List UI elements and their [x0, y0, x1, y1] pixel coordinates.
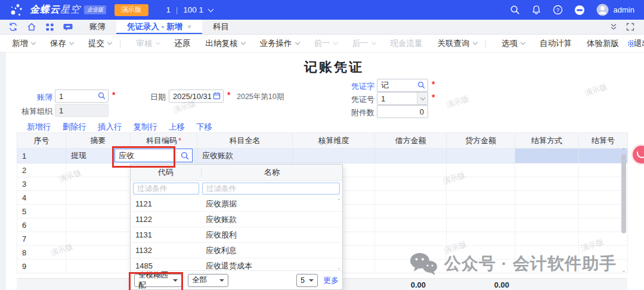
voucher-word-field[interactable]: 记 — [377, 79, 428, 92]
date-field[interactable]: 2025/10/31 — [169, 90, 224, 103]
empty-cell[interactable] — [66, 218, 131, 232]
empty-cell[interactable] — [515, 260, 579, 273]
code-filter-input[interactable] — [133, 183, 199, 195]
debit-cell[interactable] — [375, 149, 447, 163]
scroll-down-icon[interactable]: ⌄ — [336, 265, 341, 270]
tab-account-books[interactable]: 账簿 — [79, 20, 116, 34]
fullscreen-icon[interactable] — [626, 23, 634, 31]
insert-row-link[interactable]: 插入行 — [98, 122, 122, 132]
notification-bell-icon[interactable] — [531, 5, 541, 15]
match-mode-select[interactable]: 全模糊匹配 — [134, 274, 182, 287]
empty-cell[interactable] — [447, 177, 515, 191]
empty-cell[interactable] — [447, 218, 515, 232]
scope-select[interactable]: 全部 — [188, 274, 228, 287]
copy-row-link[interactable]: 复制行 — [134, 122, 158, 132]
settle-method-cell[interactable] — [515, 149, 579, 163]
empty-cell[interactable] — [447, 246, 515, 260]
submit-button[interactable]: 提交 — [88, 38, 112, 49]
account-code-input[interactable]: 应收 — [114, 149, 193, 162]
delete-row-link[interactable]: 删除行 — [63, 122, 87, 132]
empty-cell[interactable] — [66, 177, 131, 191]
calendar-icon[interactable] — [213, 92, 221, 100]
new-button[interactable]: 新增 — [12, 38, 35, 49]
empty-cell[interactable] — [375, 218, 447, 232]
org-switcher[interactable]: 1 | 100 1 — [166, 5, 213, 14]
empty-cell[interactable] — [515, 205, 579, 218]
empty-cell[interactable] — [66, 191, 131, 205]
save-button[interactable]: 保存 — [50, 38, 73, 49]
move-down-link[interactable]: 下移 — [196, 122, 212, 132]
empty-cell[interactable] — [515, 177, 579, 191]
empty-cell[interactable] — [375, 163, 447, 177]
empty-cell[interactable] — [447, 163, 515, 177]
switch-workspace-icon[interactable] — [8, 22, 18, 32]
account-option[interactable]: 1121应收票据 — [131, 196, 342, 212]
tab-accounts[interactable]: 科目 — [202, 20, 240, 34]
empty-cell[interactable] — [66, 163, 131, 177]
user-name[interactable]: admin — [614, 5, 634, 14]
dimension-cell[interactable] — [293, 149, 375, 163]
help-icon[interactable]: ? — [553, 5, 563, 15]
empty-cell[interactable] — [375, 246, 447, 260]
apps-grid-icon[interactable] — [45, 23, 54, 32]
home-icon[interactable] — [27, 22, 36, 32]
search-icon[interactable] — [510, 5, 520, 15]
empty-cell[interactable] — [375, 232, 447, 246]
do-not-disturb-toggle-icon[interactable] — [574, 5, 585, 16]
empty-cell[interactable] — [66, 205, 131, 218]
voucher-number-field[interactable]: 1 — [377, 92, 428, 105]
search-icon[interactable] — [98, 92, 106, 100]
options-button[interactable]: 选项 — [501, 38, 525, 49]
account-name-cell[interactable]: 应收账款 — [197, 149, 293, 163]
empty-cell[interactable] — [375, 205, 447, 218]
empty-cell[interactable] — [66, 232, 131, 246]
move-up-link[interactable]: 上移 — [169, 122, 185, 132]
search-icon[interactable] — [181, 152, 189, 160]
more-link[interactable]: 更多 — [323, 275, 339, 286]
scroll-up-icon[interactable]: ⌃ — [620, 148, 627, 153]
empty-cell[interactable] — [515, 163, 579, 177]
avatar[interactable] — [596, 4, 609, 16]
attachment-count-field[interactable]: 0 — [377, 105, 428, 118]
empty-cell[interactable] — [515, 232, 579, 246]
empty-cell[interactable] — [515, 191, 579, 205]
page-size-select[interactable]: 5 — [296, 274, 318, 287]
try-new-version-button[interactable]: 体验新版 — [587, 38, 619, 49]
account-option[interactable]: 1131应收股利 — [131, 227, 342, 243]
name-filter-input[interactable] — [202, 183, 340, 195]
credit-cell[interactable] — [447, 149, 515, 163]
account-option[interactable]: 1122应收账款 — [131, 212, 342, 227]
empty-cell[interactable] — [515, 246, 579, 260]
empty-cell[interactable] — [66, 246, 131, 260]
scroll-up-icon[interactable]: ⌃ — [336, 199, 341, 204]
scrollbar-thumb[interactable] — [621, 154, 626, 233]
empty-cell[interactable] — [66, 260, 131, 273]
empty-cell[interactable] — [447, 191, 515, 205]
floating-assistant-button[interactable] — [631, 144, 644, 165]
empty-cell[interactable] — [447, 205, 515, 218]
restore-button[interactable]: 还原 — [175, 38, 191, 49]
vertical-scrollbar[interactable]: ⌃ ⌄ — [620, 148, 627, 273]
empty-cell[interactable] — [375, 260, 447, 273]
entry-row-1[interactable]: 1 提现 应收账款 — [17, 149, 628, 163]
add-row-link[interactable]: 新增行 — [27, 122, 51, 132]
book-field[interactable]: 1 — [55, 90, 109, 103]
message-icon[interactable] — [63, 22, 73, 32]
search-icon[interactable] — [417, 81, 425, 89]
cashier-review-button[interactable]: 出纳复核 — [206, 38, 245, 49]
gear-icon[interactable] — [627, 39, 636, 48]
empty-cell[interactable] — [447, 232, 515, 246]
account-option[interactable]: 1132应收利息 — [131, 243, 342, 258]
empty-cell[interactable] — [515, 218, 579, 232]
close-tab-icon[interactable]: × — [187, 23, 191, 31]
scroll-down-icon[interactable]: ⌄ — [620, 268, 627, 273]
related-query-button[interactable]: 关联查询 — [438, 38, 477, 49]
auto-calculate-button[interactable]: 自动计算 — [540, 38, 572, 49]
collapse-tabs-icon[interactable] — [609, 23, 618, 31]
empty-cell[interactable] — [447, 260, 515, 273]
chevron-down-icon[interactable] — [417, 92, 428, 104]
business-operation-button[interactable]: 业务操作 — [260, 38, 299, 49]
tab-voucher-entry-new[interactable]: 凭证录入 - 新增 × — [116, 20, 202, 34]
empty-cell[interactable] — [375, 177, 447, 191]
empty-cell[interactable] — [375, 191, 447, 205]
